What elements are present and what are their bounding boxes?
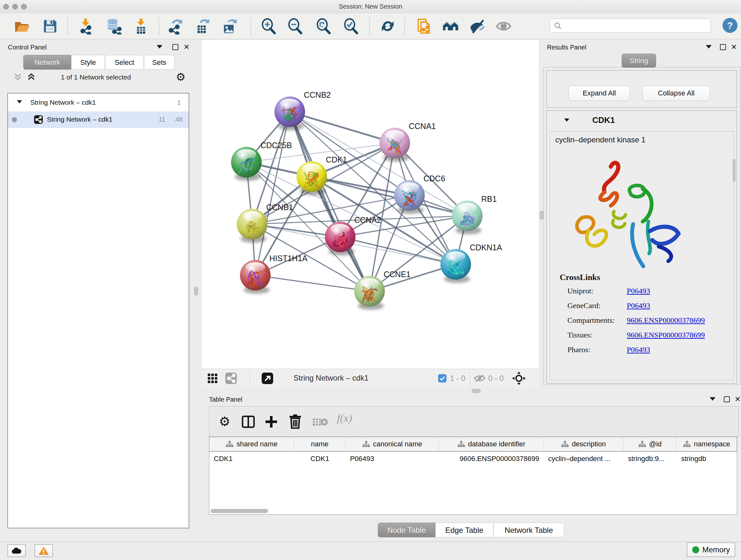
delete-column-icon[interactable]: [288, 414, 302, 429]
search-input[interactable]: [549, 18, 711, 33]
selected-nodes-checkbox[interactable]: [438, 374, 447, 382]
network-status-dot: [12, 117, 17, 122]
memory-button[interactable]: Memory: [687, 543, 735, 557]
apply-layout-icon[interactable]: [380, 18, 396, 35]
grid-view-icon[interactable]: [207, 373, 218, 383]
import-network-from-database-icon[interactable]: [106, 18, 122, 35]
zoom-fit-icon[interactable]: [315, 18, 332, 35]
copy-network-icon[interactable]: [416, 18, 433, 35]
network-share-view-icon[interactable]: [225, 373, 237, 384]
table-panel-maximize-icon[interactable]: [724, 396, 730, 402]
node-label-RB1: RB1: [481, 194, 497, 203]
node-RB1[interactable]: RB1: [452, 194, 497, 234]
network-row-selected[interactable]: String Network – cdk1 11 48: [8, 111, 189, 128]
tab-string[interactable]: String: [622, 54, 656, 68]
table-cell[interactable]: cyclin–dependent ...: [544, 452, 623, 466]
tab-node-table[interactable]: Node Table: [378, 523, 435, 537]
table-cell[interactable]: CDK1: [294, 452, 346, 466]
edge-HIST1H1A-CCNE1[interactable]: [255, 275, 369, 291]
control-panel-maximize-icon[interactable]: [172, 44, 179, 50]
show-hidden-icon[interactable]: [495, 18, 512, 35]
tab-sets[interactable]: Sets: [144, 55, 175, 70]
import-table-icon[interactable]: [133, 18, 149, 35]
node-CDKN1A[interactable]: CDKN1A: [441, 243, 502, 283]
network-canvas[interactable]: CCNB2CCNA1CDC25BCDK1CDC6RB1CCNB1CCNA2CDK…: [202, 40, 539, 369]
tab-network-table[interactable]: Network Table: [493, 523, 564, 537]
table-cell[interactable]: stringdb:9...: [623, 452, 677, 466]
left-splitter-handle[interactable]: [194, 287, 198, 296]
tab-select[interactable]: Select: [105, 55, 144, 70]
table-panel-close-icon[interactable]: ✕: [735, 395, 741, 403]
edge-CCNB2-HIST1H1A[interactable]: [255, 112, 290, 275]
table-cell[interactable]: P06493: [346, 452, 440, 466]
zoom-out-icon[interactable]: [287, 18, 304, 35]
column-header-database-identifier[interactable]: database identifier: [439, 437, 543, 451]
table-header-row: shared namenamecanonical namedatabase id…: [209, 437, 737, 452]
export-image-icon[interactable]: [221, 18, 238, 35]
column-header-namespace[interactable]: namespace: [677, 437, 737, 451]
collapse-all-button[interactable]: Collapse All: [643, 85, 710, 101]
results-panel-float-icon[interactable]: [706, 45, 712, 49]
crosslink-value-link[interactable]: 9606.ENSP00000378699: [627, 331, 705, 346]
table-cell[interactable]: stringdb: [677, 452, 737, 466]
protein-structure-image: [563, 154, 687, 282]
column-header-canonical-name[interactable]: canonical name: [346, 437, 440, 451]
column-header--id[interactable]: @id: [623, 437, 677, 451]
cloud-button[interactable]: [7, 544, 26, 557]
table-cell[interactable]: 9606.ENSP00000378699: [439, 452, 543, 466]
crosslink-value-link[interactable]: P06493: [627, 301, 650, 316]
crosslink-row: GeneCard:P06493: [567, 301, 733, 316]
network-type-icon: [34, 115, 43, 124]
birdseye-icon[interactable]: [512, 371, 526, 385]
crosslink-value-link[interactable]: P06493: [627, 287, 650, 301]
export-network-icon[interactable]: [167, 18, 184, 35]
tab-network[interactable]: Network: [23, 55, 71, 70]
results-panel-maximize-icon[interactable]: [720, 44, 726, 50]
zoom-in-icon[interactable]: [260, 18, 277, 35]
show-all-networks-icon[interactable]: [442, 18, 459, 35]
collection-expand-icon[interactable]: [17, 100, 22, 104]
edge-CCNA2-CDKN1A[interactable]: [340, 237, 456, 264]
save-session-icon[interactable]: [42, 18, 58, 35]
zoom-selected-icon[interactable]: [343, 18, 359, 35]
network-row-label: String Network – cdk1: [47, 116, 112, 123]
results-scrollbar-thumb[interactable]: [733, 159, 736, 182]
network-collection-row[interactable]: String Network – cdk1 1: [8, 96, 189, 110]
tab-style[interactable]: Style: [71, 55, 105, 70]
import-network-icon[interactable]: [77, 18, 94, 35]
column-header-description[interactable]: description: [544, 437, 623, 451]
control-panel-float-icon[interactable]: [157, 45, 162, 49]
expand-all-button[interactable]: Expand All: [569, 85, 630, 101]
table-row[interactable]: CDK1CDK1P064939606.ENSP00000378699cyclin…: [209, 452, 737, 466]
warning-button[interactable]: [35, 544, 53, 557]
edge-CCNB2-CCNE1[interactable]: [290, 112, 369, 291]
edge-CCNB2-CCNA1[interactable]: [290, 112, 395, 143]
help-button[interactable]: ?: [723, 18, 738, 33]
network-options-gear-icon[interactable]: ⚙: [176, 71, 185, 83]
crosslink-value-link[interactable]: P06493: [627, 346, 650, 360]
column-header-shared-name[interactable]: shared name: [209, 437, 294, 451]
node-table[interactable]: shared namenamecanonical namedatabase id…: [209, 437, 737, 515]
crosslink-row: Uniprot:P06493: [567, 287, 733, 301]
column-header-name[interactable]: name: [294, 437, 346, 451]
tab-edge-table[interactable]: Edge Table: [435, 523, 493, 537]
crosslink-value-link[interactable]: 9606.ENSP00000378699: [627, 316, 705, 331]
crosslink-label: Uniprot:: [567, 287, 627, 301]
network-edge-count: 48: [175, 116, 183, 123]
node-CDK1[interactable]: CDK1: [296, 155, 347, 195]
node-HIST1H1A[interactable]: HIST1H1A: [240, 254, 308, 294]
table-cell[interactable]: CDK1: [209, 452, 294, 466]
show-column-panel-icon[interactable]: [241, 415, 255, 429]
add-column-icon[interactable]: [264, 415, 278, 429]
detach-view-icon[interactable]: [262, 373, 273, 384]
table-hscrollbar-thumb[interactable]: [211, 509, 268, 513]
table-settings-gear-icon[interactable]: ⚙: [219, 414, 230, 429]
export-table-icon[interactable]: [194, 18, 211, 35]
control-panel-close-icon[interactable]: ✕: [184, 44, 190, 51]
table-panel-float-icon[interactable]: [710, 397, 716, 401]
node-CCNB2[interactable]: CCNB2: [274, 90, 331, 130]
open-session-icon[interactable]: [13, 18, 30, 35]
gene-section-collapse-icon[interactable]: [564, 118, 569, 122]
hide-selected-icon[interactable]: [469, 18, 486, 35]
results-panel-close-icon[interactable]: ✕: [731, 44, 737, 51]
